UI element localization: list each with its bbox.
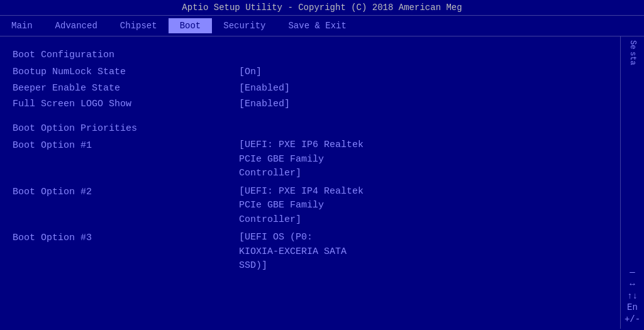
sidebar-line2: sta xyxy=(628,52,636,65)
menu-security[interactable]: Security xyxy=(212,18,277,33)
numlock-value: [On] xyxy=(239,65,262,79)
menu-bar: Main Advanced Chipset Boot Security Save… xyxy=(0,16,644,36)
content-area: Boot Configuration Bootup NumLock State … xyxy=(0,36,620,329)
boot-option-1-value: [UEFI: PXE IP6 RealtekPCIe GBE FamilyCon… xyxy=(239,138,364,181)
logo-value: [Enabled] xyxy=(239,97,290,111)
sidebar-arrows: — ↔ ↑↓ En +/- xyxy=(625,267,640,325)
boot-option-2-row[interactable]: Boot Option #2 [UEFI: PXE IP4 RealtekPCI… xyxy=(13,185,608,228)
boot-option-1-label: Boot Option #1 xyxy=(13,138,239,153)
boot-option-2-value: [UEFI: PXE IP4 RealtekPCIe GBE FamilyCon… xyxy=(239,185,364,228)
sidebar-line1: Se xyxy=(628,40,636,49)
menu-save-exit[interactable]: Save & Exit xyxy=(277,18,357,33)
arrow-dash: — xyxy=(630,267,635,278)
menu-boot[interactable]: Boot xyxy=(169,18,213,33)
arrow-enter: En xyxy=(627,302,638,313)
numlock-row[interactable]: Bootup NumLock State [On] xyxy=(13,65,608,79)
boot-option-3-label: Boot Option #3 xyxy=(13,231,239,245)
menu-main[interactable]: Main xyxy=(0,18,44,33)
boot-option-3-value: [UEFI OS (P0:KIOXIA-EXCERIA SATASSD)] xyxy=(239,231,347,273)
title-bar: Aptio Setup Utility - Copyright (C) 2018… xyxy=(0,0,644,16)
beeper-label: Beeper Enable State xyxy=(13,81,239,96)
sidebar: Se sta — ↔ ↑↓ En +/- xyxy=(620,36,644,329)
menu-chipset[interactable]: Chipset xyxy=(109,18,169,33)
arrow-updown: ↑↓ xyxy=(627,291,638,302)
boot-option-2-label: Boot Option #2 xyxy=(13,185,239,199)
beeper-row[interactable]: Beeper Enable State [Enabled] xyxy=(13,81,608,96)
boot-option-1-row[interactable]: Boot Option #1 [UEFI: PXE IP6 RealtekPCI… xyxy=(13,138,608,181)
numlock-label: Bootup NumLock State xyxy=(13,65,239,79)
arrow-leftright: ↔ xyxy=(630,279,635,290)
logo-row[interactable]: Full Screen LOGO Show [Enabled] xyxy=(13,97,608,111)
title-text: Aptio Setup Utility - Copyright (C) 2018… xyxy=(182,3,462,13)
section-boot-priorities: Boot Option Priorities xyxy=(13,121,608,136)
main-layout: Boot Configuration Bootup NumLock State … xyxy=(0,36,644,329)
section-boot-config: Boot Configuration xyxy=(13,48,608,62)
logo-label: Full Screen LOGO Show xyxy=(13,97,239,111)
boot-option-3-row[interactable]: Boot Option #3 [UEFI OS (P0:KIOXIA-EXCER… xyxy=(13,231,608,273)
spacer1 xyxy=(13,113,608,121)
arrow-plusminus: +/- xyxy=(625,314,640,325)
beeper-value: [Enabled] xyxy=(239,81,290,96)
menu-advanced[interactable]: Advanced xyxy=(44,18,109,33)
